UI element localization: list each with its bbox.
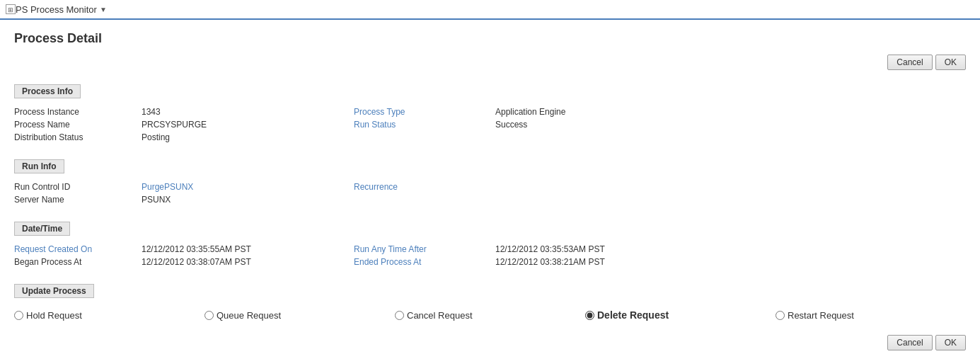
run-control-id-label: Run Control ID	[14, 182, 142, 192]
request-created-label[interactable]: Request Created On	[14, 244, 142, 254]
update-process-radio-row: Hold Request Queue Request Cancel Reques…	[14, 304, 966, 326]
ended-process-value: 12/12/2012 03:38:21AM PST	[495, 257, 637, 267]
run-status-label: Run Status	[354, 120, 495, 130]
request-created-value: 12/12/2012 03:35:55AM PST	[142, 244, 354, 254]
update-process-section: Update Process Hold Request Queue Reques…	[14, 278, 966, 326]
distribution-status-value: Posting	[142, 132, 354, 142]
cancel-request-label: Cancel Request	[407, 310, 473, 321]
process-name-label: Process Name	[14, 120, 142, 130]
top-button-row: Cancel OK	[14, 55, 966, 70]
process-type-label: Process Type	[354, 107, 495, 117]
restart-request-option: Restart Request	[776, 310, 966, 321]
process-type-value: Application Engine	[495, 107, 637, 117]
recurrence-label: Recurrence	[354, 182, 495, 192]
process-instance-label: Process Instance	[14, 107, 142, 117]
run-info-header: Run Info	[14, 159, 64, 173]
process-instance-value: 1343	[142, 107, 354, 117]
cancel-request-option: Cancel Request	[395, 310, 585, 321]
process-info-header: Process Info	[14, 84, 81, 98]
began-process-value: 12/12/2012 03:38:07AM PST	[142, 257, 354, 267]
hold-request-radio[interactable]	[14, 311, 23, 320]
app-icon: ⊞	[6, 4, 16, 14]
process-info-grid: Process Instance 1343 Process Type Appli…	[14, 104, 966, 148]
datetime-section: Date/Time Request Created On 12/12/2012 …	[14, 216, 966, 273]
hold-request-label: Hold Request	[26, 310, 82, 321]
topbar-title-text: PS Process Monitor	[16, 4, 97, 15]
bottom-cancel-button[interactable]: Cancel	[887, 335, 932, 350]
datetime-header: Date/Time	[14, 222, 70, 236]
datetime-grid: Request Created On 12/12/2012 03:35:55AM…	[14, 241, 966, 273]
cancel-request-radio[interactable]	[395, 311, 404, 320]
bottom-button-row: Cancel OK	[14, 335, 966, 350]
update-process-header: Update Process	[14, 284, 94, 298]
queue-request-option: Queue Request	[204, 310, 395, 321]
delete-request-option: Delete Request	[585, 309, 776, 321]
distribution-status-label: Distribution Status	[14, 132, 142, 142]
restart-request-radio[interactable]	[776, 311, 785, 320]
process-info-section: Process Info Process Instance 1343 Proce…	[14, 79, 966, 148]
run-info-grid: Run Control ID PurgePSUNX Recurrence Ser…	[14, 179, 966, 210]
bottom-ok-button[interactable]: OK	[935, 335, 966, 350]
run-control-id-value[interactable]: PurgePSUNX	[142, 182, 354, 192]
server-name-label: Server Name	[14, 195, 142, 205]
run-status-value: Success	[495, 120, 637, 130]
topbar-dropdown-arrow[interactable]: ▼	[100, 6, 107, 13]
process-name-value: PRCSYSPURGE	[142, 120, 354, 130]
topbar: ⊞ PS Process Monitor ▼	[0, 0, 980, 20]
ended-process-label: Ended Process At	[354, 257, 495, 267]
page-title: Process Detail	[14, 31, 966, 46]
queue-request-radio[interactable]	[204, 311, 214, 320]
queue-request-label: Queue Request	[217, 310, 281, 321]
delete-request-radio[interactable]	[585, 311, 594, 320]
server-name-value: PSUNX	[142, 195, 354, 205]
run-any-time-after-value: 12/12/2012 03:35:53AM PST	[495, 244, 637, 254]
began-process-label: Began Process At	[14, 257, 142, 267]
run-any-time-after-label: Run Any Time After	[354, 244, 495, 254]
hold-request-option: Hold Request	[14, 310, 204, 321]
restart-request-label: Restart Request	[788, 310, 854, 321]
run-info-section: Run Info Run Control ID PurgePSUNX Recur…	[14, 154, 966, 210]
top-ok-button[interactable]: OK	[935, 55, 966, 70]
topbar-title: PS Process Monitor ▼	[16, 4, 107, 15]
main-content: Process Detail Cancel OK Process Info Pr…	[0, 20, 980, 354]
top-cancel-button[interactable]: Cancel	[887, 55, 932, 70]
delete-request-label: Delete Request	[597, 309, 669, 321]
